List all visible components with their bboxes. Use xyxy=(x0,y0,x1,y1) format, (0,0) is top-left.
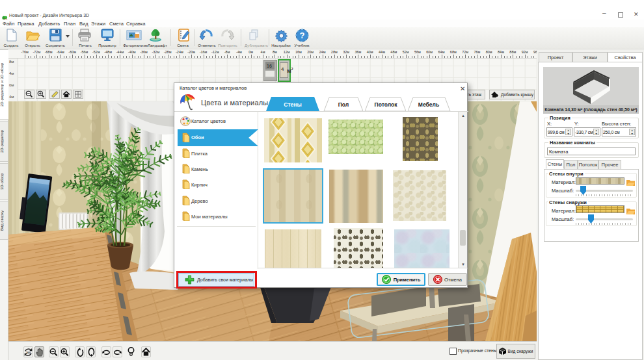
svg-text:Мебель: Мебель xyxy=(418,101,439,108)
svg-text:?: ? xyxy=(299,31,304,40)
svg-text:Стены: Стены xyxy=(284,101,301,108)
svg-text:Пол: Пол xyxy=(338,101,349,108)
svg-text:Потолок: Потолок xyxy=(375,101,398,108)
svg-text:360: 360 xyxy=(26,350,31,354)
